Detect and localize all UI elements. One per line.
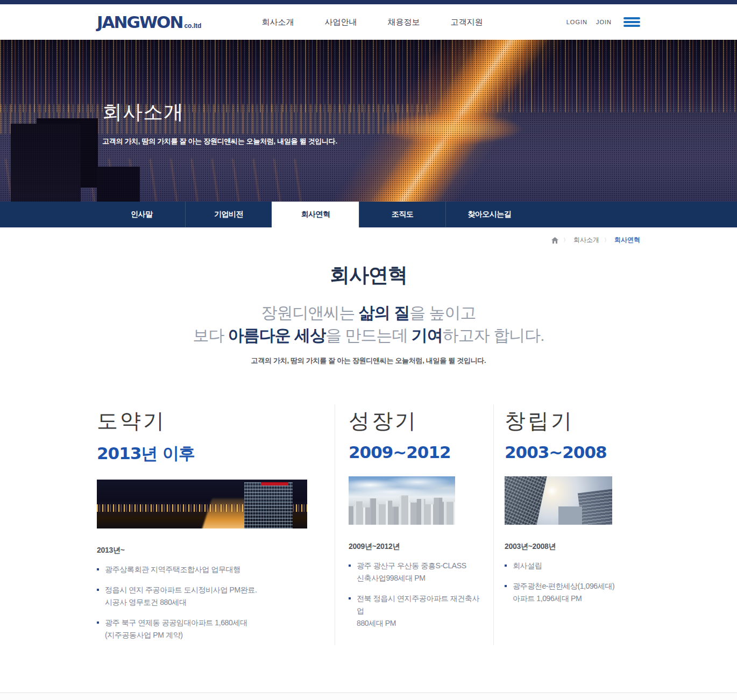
milestone-list: 광주상록회관 지역주택조합사업 업무대행 정읍시 연지 주공아파트 도시정비사업… xyxy=(97,563,308,641)
nav-item-recruit[interactable]: 채용정보 xyxy=(387,12,419,33)
hero-banner: 회사소개 고객의 가치, 땀의 가치를 잘 아는 장원디앤씨는 오늘처럼, 내일… xyxy=(0,40,737,202)
milestone-item: 광주 북구 연제동 공공임대아파트 1,680세대(지주공동사업 PM 계약) xyxy=(97,617,308,641)
milestone-line: 회사설립 xyxy=(513,561,542,570)
hero-subtitle: 고객의 가치, 땀의 가치를 잘 아는 장원디앤씨는 오늘처럼, 내일을 뛸 것… xyxy=(102,137,337,146)
main-nav: 회사소개 사업안내 채용정보 고객지원 xyxy=(261,12,513,33)
tab-vision[interactable]: 기업비전 xyxy=(185,202,272,227)
breadcrumb-separator: 〉 xyxy=(604,237,610,244)
milestone-line: 880세대 PM xyxy=(357,617,481,630)
red-led-sign xyxy=(261,482,288,485)
top-accent-strip xyxy=(0,0,737,4)
company-logo[interactable]: JANGWON co.ltd xyxy=(97,12,201,32)
tab-directions[interactable]: 찾아오시는길 xyxy=(445,202,533,227)
milestone-line: 정읍시 연지 주공아파트 도시정비사업 PM완료. xyxy=(105,585,257,594)
building-right xyxy=(578,489,612,525)
milestone-list: 회사설립 광주광천e-편한세상(1,096세대)아파트 1,096세대 PM xyxy=(505,560,640,605)
intro-lead: 장원디앤씨는 삶의 질을 높이고 보다 아름다운 세상을 만드는데 기여하고자 … xyxy=(97,302,640,347)
milestone-item: 회사설립 xyxy=(505,560,640,572)
hamburger-menu-icon[interactable] xyxy=(623,16,640,28)
hero-title: 회사소개 xyxy=(102,99,337,126)
milestone-line: 광주광천e-편한세상(1,096세대) xyxy=(513,582,614,590)
site-header: JANGWON co.ltd 회사소개 사업안내 채용정보 고객지원 LOGIN… xyxy=(0,4,737,40)
lead1-pre: 장원디앤씨는 xyxy=(261,304,358,322)
milestone-line: 신축사업998세대 PM xyxy=(357,572,481,584)
lead2-bold2: 기여 xyxy=(412,326,443,344)
milestone-line: 시공사 영무토건 880세대 xyxy=(105,596,308,609)
timeline-image-sunlit-towers xyxy=(505,476,612,525)
home-icon[interactable] xyxy=(551,237,558,244)
building-left xyxy=(505,476,547,525)
clouds xyxy=(349,476,455,525)
intro-lead-line2: 보다 아름다운 세상을 만드는데 기여하고자 합니다. xyxy=(97,324,640,347)
milestone-list: 광주 광산구 우산동 중흥S-CLASS신축사업998세대 PM 전북 정읍시 … xyxy=(349,560,481,630)
history-column-leap: 도약기 2013년 이후 2013년~ 광주상록회관 지역주택조합사업 업무대행… xyxy=(97,404,335,645)
milestone-item: 광주 광산구 우산동 중흥S-CLASS신축사업998세대 PM xyxy=(349,560,481,584)
lead2-mid: 을 만드는데 xyxy=(325,326,412,344)
era-title: 도약기 xyxy=(97,406,308,435)
era-period: 2009~2012 xyxy=(349,442,481,462)
tab-greeting[interactable]: 인사말 xyxy=(98,202,185,227)
lead2-bold1: 아름다운 세상 xyxy=(228,326,325,344)
nav-item-company[interactable]: 회사소개 xyxy=(261,12,293,33)
breadcrumb-parent[interactable]: 회사소개 xyxy=(573,235,599,245)
breadcrumb: 〉 회사소개 〉 회사연혁 xyxy=(97,235,640,245)
timeline-image-daytime-skyline xyxy=(349,476,455,525)
site-footer: 이용약관 개인정보취급방침 이메일주소무단수집거부 COPYRIGHT(C) 2… xyxy=(0,692,737,700)
history-column-founding: 창립기 2003~2008 2003년~2008년 회사설립 광주광천e-편한세… xyxy=(494,404,640,645)
era-title: 성장기 xyxy=(349,406,481,435)
login-link[interactable]: LOGIN xyxy=(566,19,587,25)
milestone-item: 광주광천e-편한세상(1,096세대)아파트 1,096세대 PM xyxy=(505,580,640,605)
milestone-item: 광주상록회관 지역주택조합사업 업무대행 xyxy=(97,563,308,576)
breadcrumb-current[interactable]: 회사연혁 xyxy=(614,235,640,245)
breadcrumb-separator: 〉 xyxy=(563,237,569,244)
nav-item-support[interactable]: 고객지원 xyxy=(450,12,481,33)
milestone-line: 광주 광산구 우산동 중흥S-CLASS xyxy=(357,561,466,570)
milestone-line: (지주공동사업 PM 계약) xyxy=(105,629,308,641)
milestone-item: 전북 정읍시 연지주공아파트 재건축사업880세대 PM xyxy=(349,592,481,630)
era-title: 창립기 xyxy=(505,406,640,435)
building-middle xyxy=(558,506,582,525)
lead1-bold: 삶의 질 xyxy=(359,304,409,322)
tab-organization[interactable]: 조직도 xyxy=(359,202,446,227)
year-range-label: 2003년~2008년 xyxy=(505,542,640,552)
dark-tower xyxy=(244,482,293,528)
year-range-label: 2013년~ xyxy=(97,546,308,555)
milestone-line: 광주 북구 연제동 공공임대아파트 1,680세대 xyxy=(105,618,247,627)
lead1-post: 을 높이고 xyxy=(409,304,476,322)
logo-suffix: co.ltd xyxy=(184,22,201,30)
lead2-post: 하고자 합니다. xyxy=(443,326,544,344)
year-range-label: 2009년~2012년 xyxy=(349,542,481,552)
lead2-pre: 보다 xyxy=(193,326,228,344)
era-period: 2013년 이후 xyxy=(97,442,308,465)
intro-lead-line1: 장원디앤씨는 삶의 질을 높이고 xyxy=(97,302,640,324)
milestone-line: 아파트 1,096세대 PM xyxy=(513,592,640,605)
logo-text: JANGWON xyxy=(97,12,182,32)
header-utils: LOGIN JOIN xyxy=(558,16,640,28)
intro-tagline: 고객의 가치, 땀의 가치를 잘 아는 장원디앤씨는 오늘처럼, 내일을 뛸 것… xyxy=(97,356,640,366)
page-title: 회사연혁 xyxy=(97,262,640,289)
history-column-growth: 성장기 2009~2012 2009년~2012년 광주 광산구 우산동 중흥S… xyxy=(335,404,494,645)
era-period: 2003~2008 xyxy=(505,442,640,462)
milestone-item: 정읍시 연지 주공아파트 도시정비사업 PM완료.시공사 영무토건 880세대 xyxy=(97,584,308,609)
timeline-image-night-cityscape xyxy=(97,480,307,528)
sub-nav-tabbar: 인사말 기업비전 회사연혁 조직도 찾아오시는길 xyxy=(0,202,737,227)
milestone-line: 광주상록회관 지역주택조합사업 업무대행 xyxy=(105,565,240,574)
nav-item-business[interactable]: 사업안내 xyxy=(324,12,356,33)
join-link[interactable]: JOIN xyxy=(596,19,612,25)
milestone-line: 전북 정읍시 연지주공아파트 재건축사업 xyxy=(357,594,479,615)
tab-history[interactable]: 회사연혁 xyxy=(272,202,359,227)
history-section: 도약기 2013년 이후 2013년~ 광주상록회관 지역주택조합사업 업무대행… xyxy=(97,404,640,645)
